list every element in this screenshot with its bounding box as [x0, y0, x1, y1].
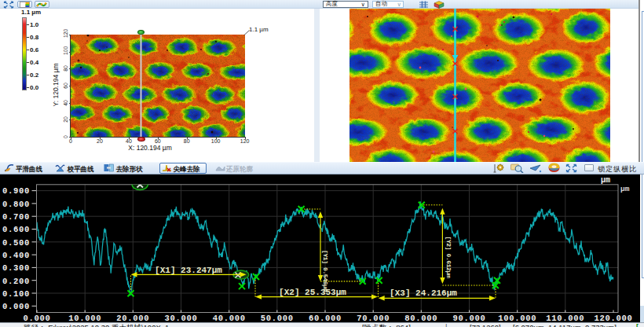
svg-text:0.600: 0.600	[2, 225, 30, 234]
svg-text:50.000: 50.000	[261, 314, 294, 323]
svg-text:0.900: 0.900	[2, 186, 30, 196]
svg-text:110.000: 110.000	[546, 314, 584, 323]
svg-text:80.000: 80.000	[404, 314, 437, 323]
svg-text:0.000: 0.000	[23, 314, 50, 323]
svg-text:[X1] 23.247µm: [X1] 23.247µm	[155, 266, 222, 275]
svg-text:20.000: 20.000	[116, 314, 149, 323]
svg-text:0.000: 0.000	[2, 302, 30, 311]
svg-text:[X3] 24.216µm: [X3] 24.216µm	[390, 288, 457, 298]
svg-text:0.800: 0.800	[2, 200, 30, 209]
svg-text:0.100: 0.100	[2, 289, 30, 299]
svg-text:[X2] 25.353µm: [X2] 25.353µm	[279, 288, 346, 297]
svg-text:0.400: 0.400	[2, 251, 30, 260]
svg-text:100.000: 100.000	[498, 314, 536, 323]
svg-text:30.000: 30.000	[164, 314, 197, 323]
svg-text:0.200: 0.200	[2, 277, 30, 286]
svg-text:120.000: 120.000	[594, 314, 632, 323]
svg-text:[Y1] 0.546µm: [Y1] 0.546µm	[322, 250, 329, 292]
svg-text:40.000: 40.000	[213, 314, 246, 323]
svg-text:µm: µm	[620, 185, 630, 193]
svg-text:10.000: 10.000	[68, 314, 101, 323]
svg-text:0.300: 0.300	[2, 263, 30, 273]
svg-text:0.700: 0.700	[2, 212, 30, 222]
svg-text:60.000: 60.000	[309, 314, 342, 323]
svg-text:0.500: 0.500	[2, 238, 30, 248]
svg-text:70.000: 70.000	[357, 314, 390, 323]
svg-text:[Y2] 0.612µm: [Y2] 0.612µm	[445, 237, 452, 278]
svg-text:90.000: 90.000	[452, 314, 485, 323]
svg-text:µm: µm	[601, 176, 610, 185]
